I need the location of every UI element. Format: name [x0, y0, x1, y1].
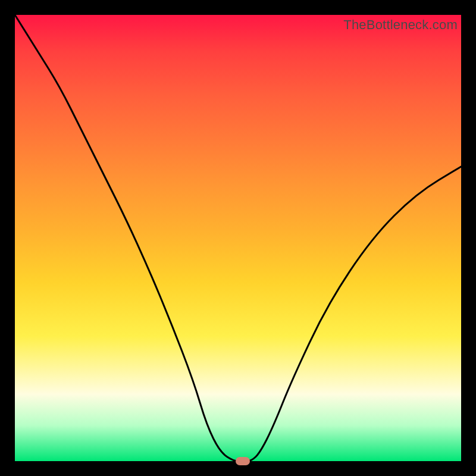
minimum-marker — [236, 457, 250, 465]
bottleneck-curve — [15, 15, 461, 461]
curve-path — [15, 15, 461, 461]
chart-canvas: TheBottleneck.com — [0, 0, 476, 476]
plot-area: TheBottleneck.com — [15, 15, 461, 461]
